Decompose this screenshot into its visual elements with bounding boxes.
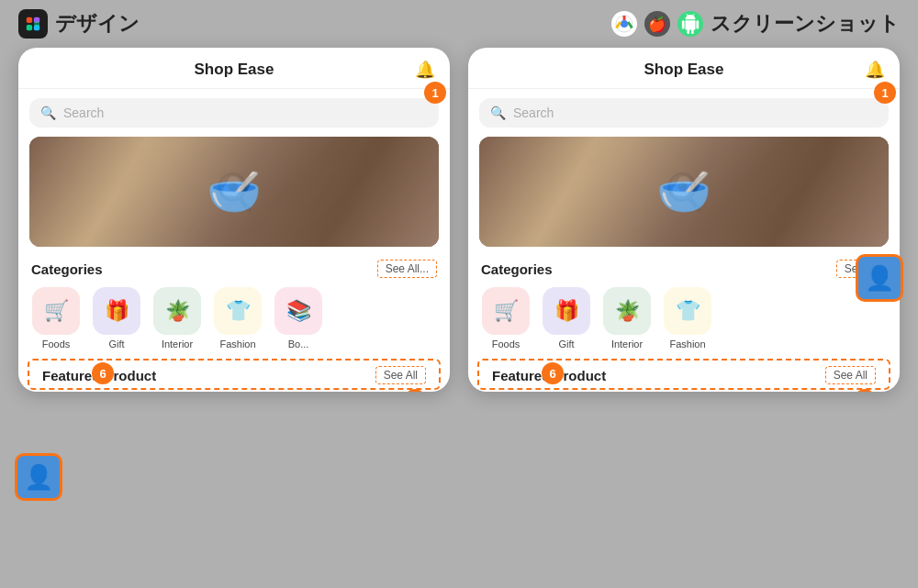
fashion-label-left: Fashion <box>219 338 255 349</box>
badge-1-left: 1 <box>424 82 446 104</box>
figma-icon <box>18 9 48 39</box>
category-gift-left[interactable]: 🎁 Gift <box>90 287 143 349</box>
foods-label-left: Foods <box>42 338 71 349</box>
svg-point-4 <box>34 21 39 27</box>
banner-image-left: 🥣 <box>29 137 439 247</box>
badge-6-left: 6 <box>92 362 114 384</box>
category-foods-right[interactable]: 🛒 Foods <box>479 287 532 349</box>
svg-point-6 <box>621 20 628 28</box>
category-interior-left[interactable]: 🪴 Interior <box>151 287 204 349</box>
categories-row-left: 🛒 Foods 🎁 Gift 🪴 Interior 👕 Fashion 📚 <box>18 283 450 357</box>
screenshot-phone: Shop Ease 🔔 🔍 Search 1 🥣 <box>468 48 900 392</box>
search-bar-left[interactable]: 🔍 Search <box>29 98 439 128</box>
category-foods-left[interactable]: 🛒 Foods <box>29 287 83 349</box>
interior-icon-right: 🪴 <box>603 287 651 335</box>
svg-rect-0 <box>27 17 32 23</box>
screenshot-title: スクリーンショット <box>711 10 900 38</box>
category-bo-left[interactable]: 📚 Bo... <box>272 287 325 349</box>
badge-6-right: 6 <box>542 362 564 384</box>
category-fashion-left[interactable]: 👕 Fashion <box>211 287 264 349</box>
design-label-area: デザイン <box>18 9 140 39</box>
chrome-icon <box>611 11 637 37</box>
gift-label-left: Gift <box>108 338 124 349</box>
foods-icon-left: 🛒 <box>32 287 80 335</box>
apple-icon: 🍎 <box>644 11 670 37</box>
search-icon-right: 🔍 <box>490 105 506 120</box>
fashion-icon-right: 👕 <box>664 287 711 335</box>
gift-icon-right: 🎁 <box>543 287 590 335</box>
categories-title-right: Categories <box>481 261 553 277</box>
interior-label-right: Interior <box>611 338 643 349</box>
main-content: Shop Ease 🔔 🔍 Search 1 🥣 <box>0 48 918 588</box>
see-all-featured-right[interactable]: See All <box>825 366 876 384</box>
search-icon-left: 🔍 <box>40 105 56 120</box>
see-all-featured-left[interactable]: See All <box>375 366 426 384</box>
fashion-icon-left: 👕 <box>214 287 262 335</box>
phone-header-left: Shop Ease 🔔 <box>18 48 450 89</box>
bo-label-left: Bo... <box>288 338 309 349</box>
avatar-left: 👤 <box>15 453 62 501</box>
banner-image-right: 🥣 <box>479 137 889 247</box>
banner-left: 🥣 <box>29 137 439 247</box>
screenshot-phone-wrapper: Shop Ease 🔔 🔍 Search 1 🥣 <box>468 48 900 579</box>
badge-1-right: 1 <box>874 82 896 104</box>
categories-title-left: Categories <box>31 261 103 277</box>
foods-icon-right: 🛒 <box>482 287 530 335</box>
category-gift-right[interactable]: 🎁 Gift <box>540 287 593 349</box>
top-bar: デザイン 🍎 スクリーンショット <box>0 0 918 48</box>
app-title-right: Shop Ease <box>644 61 724 79</box>
android-icon <box>677 11 703 37</box>
design-phone-wrapper: Shop Ease 🔔 🔍 Search 1 🥣 <box>18 48 450 579</box>
search-container-right: 🔍 Search 1 <box>468 89 900 133</box>
svg-rect-2 <box>27 25 32 30</box>
interior-icon-left: 🪴 <box>153 287 201 335</box>
category-fashion-right[interactable]: 👕 Fashion <box>661 287 714 349</box>
design-title: デザイン <box>55 10 140 38</box>
bo-icon-left: 📚 <box>274 287 322 335</box>
banner-right: 🥣 <box>479 137 889 247</box>
category-interior-right[interactable]: 🪴 Interior <box>600 287 654 349</box>
see-all-categories-left[interactable]: See All... <box>377 260 437 278</box>
app-title-left: Shop Ease <box>195 61 274 79</box>
categories-header-right: Categories See All 2 <box>468 250 900 283</box>
phone-header-right: Shop Ease 🔔 <box>468 48 900 89</box>
screenshot-label-area: 🍎 スクリーンショット <box>611 10 900 38</box>
avatar-right: 👤 <box>856 254 903 302</box>
featured-section-right: Featured Product See All 4 5 <box>477 359 890 390</box>
interior-label-left: Interior <box>162 338 193 349</box>
foods-label-right: Foods <box>492 338 521 349</box>
search-placeholder-right: Search <box>513 105 554 120</box>
gift-icon-left: 🎁 <box>93 287 140 335</box>
fashion-label-right: Fashion <box>669 338 705 349</box>
search-container-left: 🔍 Search 1 <box>18 89 450 133</box>
gift-label-right: Gift <box>558 338 574 349</box>
bell-icon-left[interactable]: 🔔 <box>415 60 435 80</box>
search-bar-right[interactable]: 🔍 Search <box>479 98 889 128</box>
categories-header-left: Categories See All... 2 <box>18 250 450 283</box>
bell-icon-right[interactable]: 🔔 <box>865 60 885 80</box>
search-placeholder-left: Search <box>63 105 104 120</box>
categories-row-right: 🛒 Foods 🎁 Gift 🪴 Interior 👕 Fashion <box>468 283 900 357</box>
featured-section-left: Featured Product See All 4 5 <box>28 359 441 390</box>
design-phone: Shop Ease 🔔 🔍 Search 1 🥣 <box>18 48 450 392</box>
